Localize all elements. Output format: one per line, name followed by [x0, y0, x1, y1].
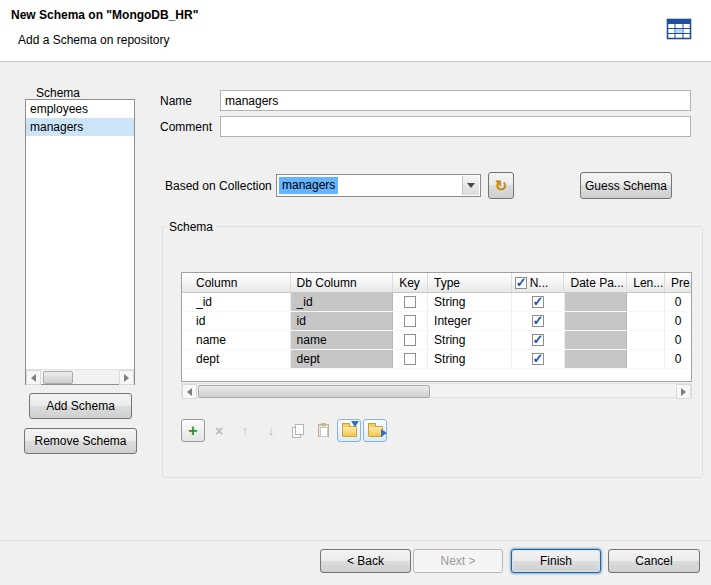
scrollbar-track[interactable]	[41, 370, 119, 384]
schema-toolbar: + × ↑ ↓	[181, 419, 387, 442]
nullable-checkbox[interactable]	[532, 315, 544, 327]
refresh-icon: ↻	[495, 177, 508, 194]
comment-input[interactable]	[220, 116, 691, 137]
key-checkbox[interactable]	[404, 334, 416, 346]
collection-combobox[interactable]: managers	[276, 174, 481, 197]
schema-group-label: Schema	[166, 220, 216, 234]
header-precision[interactable]: Pre...	[665, 273, 691, 292]
key-checkbox[interactable]	[404, 315, 416, 327]
cell-key	[393, 312, 428, 330]
export-schema-button[interactable]	[363, 419, 387, 442]
cell-precision[interactable]: 0	[665, 350, 691, 368]
cell-date-pattern	[565, 293, 628, 311]
collection-value: managers	[279, 177, 338, 194]
select-all-nullable-checkbox[interactable]	[515, 277, 527, 289]
cell-length[interactable]	[627, 293, 665, 311]
combo-dropdown-button[interactable]	[462, 176, 479, 195]
cell-length[interactable]	[627, 331, 665, 349]
new-schema-dialog: New Schema on "MongoDB_HR" Add a Schema …	[0, 0, 711, 585]
table-row: name name String 0	[182, 331, 691, 350]
cell-db-column: id	[291, 312, 394, 330]
plus-icon: +	[188, 423, 197, 439]
scroll-right-button[interactable]	[119, 370, 134, 385]
cell-date-pattern	[565, 312, 628, 330]
schema-list-hscrollbar[interactable]	[26, 369, 134, 384]
cell-db-column: name	[291, 331, 394, 349]
schema-list[interactable]: employees managers	[25, 99, 135, 385]
schema-table: Column Db Column Key Type N... Date Pa..…	[181, 272, 692, 382]
paste-icon	[318, 424, 329, 437]
scrollbar-track[interactable]	[197, 384, 676, 397]
cell-precision[interactable]: 0	[665, 293, 691, 311]
scroll-right-icon	[124, 374, 129, 382]
dialog-header: New Schema on "MongoDB_HR" Add a Schema …	[0, 0, 711, 62]
copy-button	[285, 419, 309, 442]
cell-db-column: dept	[291, 350, 394, 368]
add-row-button[interactable]: +	[181, 419, 205, 442]
header-length[interactable]: Len...	[627, 273, 665, 292]
dialog-subtitle: Add a Schema on repository	[18, 33, 169, 47]
cell-nullable	[512, 331, 565, 349]
cell-column[interactable]: dept	[182, 350, 291, 368]
header-db-column[interactable]: Db Column	[291, 273, 394, 292]
add-schema-button[interactable]: Add Schema	[29, 393, 132, 419]
header-key[interactable]: Key	[393, 273, 428, 292]
cell-column[interactable]: name	[182, 331, 291, 349]
header-date-pattern[interactable]: Date Pa...	[564, 273, 627, 292]
schema-table-hscrollbar[interactable]	[181, 383, 692, 398]
cell-column[interactable]: _id	[182, 293, 291, 311]
cell-length[interactable]	[627, 350, 665, 368]
cancel-button[interactable]: Cancel	[608, 549, 700, 573]
cell-length[interactable]	[627, 312, 665, 330]
schema-list-item-employees[interactable]: employees	[26, 100, 134, 118]
import-schema-button[interactable]	[337, 419, 361, 442]
refresh-collections-button[interactable]: ↻	[488, 172, 514, 199]
header-nullable[interactable]: N...	[512, 273, 565, 292]
header-column[interactable]: Column	[182, 273, 291, 292]
paste-button	[311, 419, 335, 442]
schema-table-header: Column Db Column Key Type N... Date Pa..…	[182, 273, 691, 293]
schema-list-item-managers[interactable]: managers	[26, 118, 134, 136]
remove-schema-button[interactable]: Remove Schema	[24, 428, 137, 454]
next-button: Next >	[413, 549, 503, 573]
cell-key	[393, 293, 428, 311]
scrollbar-thumb[interactable]	[43, 371, 73, 384]
schema-table-icon	[664, 14, 694, 44]
table-row: _id _id String 0	[182, 293, 691, 312]
cell-column[interactable]: id	[182, 312, 291, 330]
back-button[interactable]: < Back	[320, 549, 411, 573]
cell-nullable	[512, 312, 565, 330]
arrow-down-icon: ↓	[268, 424, 275, 437]
cell-db-column: _id	[291, 293, 394, 311]
cell-precision[interactable]: 0	[665, 312, 691, 330]
nullable-checkbox[interactable]	[532, 334, 544, 346]
nullable-checkbox[interactable]	[532, 353, 544, 365]
name-input[interactable]	[220, 90, 691, 111]
arrow-up-icon: ↑	[242, 424, 249, 437]
scrollbar-thumb[interactable]	[198, 385, 430, 398]
cell-key	[393, 350, 428, 368]
cell-date-pattern	[565, 331, 628, 349]
cell-precision[interactable]: 0	[665, 331, 691, 349]
nullable-checkbox[interactable]	[532, 296, 544, 308]
move-down-button: ↓	[259, 419, 283, 442]
key-checkbox[interactable]	[404, 296, 416, 308]
cell-type[interactable]: String	[428, 293, 512, 311]
table-row: dept dept String 0	[182, 350, 691, 369]
scroll-left-button[interactable]	[182, 384, 197, 399]
cell-type[interactable]: Integer	[428, 312, 512, 330]
scroll-left-button[interactable]	[26, 370, 41, 385]
key-checkbox[interactable]	[404, 353, 416, 365]
cell-type[interactable]: String	[428, 331, 512, 349]
table-row: id id Integer 0	[182, 312, 691, 331]
cell-type[interactable]: String	[428, 350, 512, 368]
scroll-right-button[interactable]	[676, 384, 691, 399]
finish-button[interactable]: Finish	[511, 549, 601, 573]
footer-separator	[0, 540, 711, 541]
folder-import-icon	[342, 426, 357, 437]
schema-list-label: Schema	[36, 86, 80, 100]
dialog-title: New Schema on "MongoDB_HR"	[11, 8, 198, 22]
header-type[interactable]: Type	[428, 273, 512, 292]
guess-schema-button[interactable]: Guess Schema	[580, 172, 672, 199]
cell-nullable	[512, 293, 565, 311]
